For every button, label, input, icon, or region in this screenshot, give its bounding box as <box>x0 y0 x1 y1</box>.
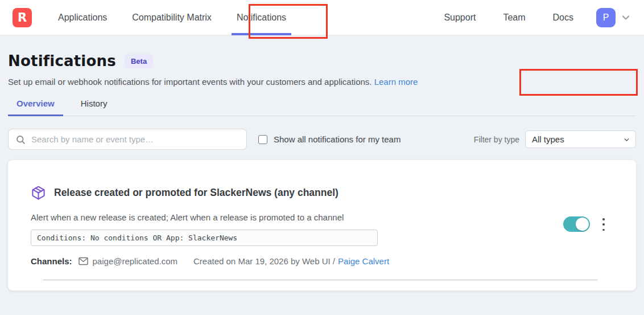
channels-label: Channels: <box>31 256 72 266</box>
tab-history[interactable]: History <box>72 99 116 116</box>
navbar-right: Support Team Docs P <box>444 0 631 35</box>
active-nav-underline <box>232 33 291 35</box>
show-all-notifications-checkbox-row[interactable]: Show all notifications for my team <box>258 134 401 144</box>
conditions-chip: Conditions: No conditions OR App: Slacke… <box>31 230 378 246</box>
top-navbar: R Applications Compatibility Matrix Noti… <box>0 0 644 35</box>
nav-item-docs[interactable]: Docs <box>553 0 573 35</box>
page-description: Set up email or webhook notifications fo… <box>8 77 636 87</box>
replicated-logo[interactable]: R <box>13 8 32 27</box>
search-icon <box>15 134 26 145</box>
created-text: Created on Mar 19, 2026 by Web UI / <box>193 256 335 266</box>
page-description-text: Set up email or webhook notifications fo… <box>8 77 372 87</box>
beta-badge: Beta <box>125 54 153 68</box>
nav-item-support[interactable]: Support <box>444 0 476 35</box>
channels-row: Channels: paige@replicated.com Created o… <box>31 256 613 267</box>
filter-by-type-label: Filter by type <box>474 135 519 144</box>
card-divider <box>43 280 597 280</box>
channel-email: paige@replicated.com <box>93 256 177 266</box>
nav-item-team[interactable]: Team <box>503 0 525 35</box>
nav-item-notifications[interactable]: Notifications <box>237 0 286 35</box>
search-box <box>8 129 247 150</box>
nav-item-applications[interactable]: Applications <box>58 0 107 35</box>
nav-item-compatibility-matrix[interactable]: Compatibility Matrix <box>132 0 212 35</box>
tab-overview[interactable]: Overview <box>8 99 63 116</box>
page-title: Notifications <box>8 52 116 69</box>
nav-item-notifications-label: Notifications <box>237 13 286 23</box>
show-all-notifications-label: Show all notifications for my team <box>274 134 401 144</box>
notification-card: Release created or promoted for SlackerN… <box>8 160 636 291</box>
created-by-link[interactable]: Paige Calvert <box>338 256 389 266</box>
email-icon <box>78 256 89 267</box>
user-avatar[interactable]: P <box>596 8 616 27</box>
filter-row: Show all notifications for my team Filte… <box>8 129 636 150</box>
notification-enabled-toggle[interactable] <box>563 216 590 232</box>
type-filter-select[interactable]: All types <box>525 130 636 148</box>
page-content: Notifications Beta Set up email or webho… <box>0 52 644 291</box>
account-menu-chevron-down-icon[interactable] <box>620 12 631 23</box>
kebab-menu-icon[interactable] <box>598 217 609 232</box>
type-filter: All types <box>525 130 636 148</box>
notification-subtitle: Alert when a new release is created; Ale… <box>31 212 613 222</box>
show-all-notifications-checkbox[interactable] <box>258 135 267 144</box>
tab-bar: Overview History <box>8 99 636 116</box>
package-icon <box>31 185 46 201</box>
learn-more-link[interactable]: Learn more <box>374 77 418 87</box>
notification-title: Release created or promoted for SlackerN… <box>54 187 338 199</box>
search-input[interactable] <box>31 134 240 144</box>
toggle-knob <box>576 218 589 231</box>
